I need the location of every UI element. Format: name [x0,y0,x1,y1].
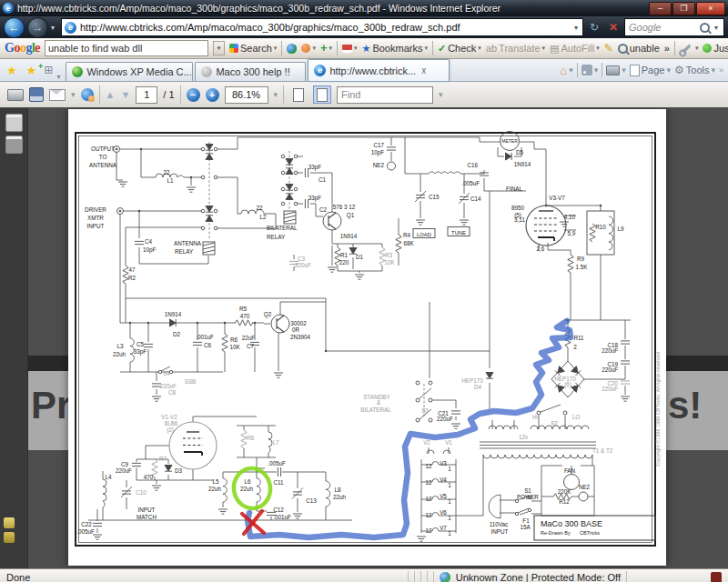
google-search-input[interactable]: unable to find wab dll [45,40,208,56]
tab-maco-help[interactable]: Maco 300 help !! [195,62,306,81]
pdf-page-input[interactable]: 1 [136,86,157,104]
add-favorite-button[interactable]: ★ [23,64,41,77]
schematic-label: C12 [273,507,284,513]
pdf-fit-width-button[interactable] [289,85,308,104]
schematic-label: LOAD [417,232,431,237]
tab-media-center[interactable]: Windows XP Media C... [66,62,193,81]
pdf-nav-panel [0,108,28,568]
comments-panel-icon[interactable] [4,532,15,543]
schematic-label: R10 [595,224,606,230]
schematic-label: C13 [306,497,317,504]
tab-list-dropdown[interactable]: ▾ [56,73,64,81]
feeds-button[interactable]: ▾ [581,65,599,75]
history-dropdown-icon[interactable]: ▾ [51,24,58,32]
schematic-label: 12 [425,463,432,469]
google-search-button[interactable]: Search▾ [229,43,277,54]
url-dropdown-icon[interactable]: ▾ [572,24,580,32]
gear-icon: ⚙ [674,64,684,76]
pdf-zoom-level[interactable]: 86.1% [225,86,268,104]
pdf-email-button[interactable] [49,89,66,101]
schematic-label: C2 [319,206,328,213]
pagerank-button[interactable]: ▾ [342,45,358,53]
schematic-label: C8 [168,389,177,396]
tools-menu-button[interactable]: ⚙Tools▾ [674,64,715,76]
google-earth-button[interactable] [287,44,297,54]
search-box[interactable]: Google ▾ [624,18,724,36]
schematic-label: .005uF [268,460,286,467]
highlighter-button[interactable]: ✎ [604,42,613,55]
url-text[interactable]: http://www.cbtricks.com/Amp/maco/maco_30… [80,22,569,33]
zoom-control-icon[interactable] [711,572,722,582]
translate-button[interactable]: abTranslate▾ [486,43,545,54]
back-button[interactable]: ← [4,17,25,38]
pdf-save-button[interactable] [29,87,44,102]
search-dropdown-icon[interactable]: ▾ [713,24,720,32]
pdf-email-dropdown[interactable]: ▾ [71,90,76,99]
watermark-left-text: Pr [31,384,71,427]
translate-icon: ab [486,43,497,54]
pages-panel-icon[interactable] [5,114,23,132]
pdf-prev-page-button[interactable]: ▲ [106,89,116,100]
schematic-label: RELAY [267,234,286,240]
google-search-dropdown[interactable]: ▾ [213,41,225,55]
schematic-label: C14 [470,196,481,202]
pdf-fit-page-button[interactable] [313,85,331,104]
schematic-annotations [231,321,571,537]
schematic-label: (6) [564,381,571,388]
schematic-label: 1 [448,482,451,488]
attachments-panel-icon[interactable] [4,517,15,528]
schematic-label: R5 [239,306,248,312]
schematic-label: SSB [185,378,197,385]
schematic-label: 576 3 12 [333,204,356,210]
quick-tabs-button[interactable]: ⊞ [42,64,55,76]
plus-icon: + [320,44,328,53]
schematic-label: .001uF [196,334,214,340]
tab-close-button[interactable]: x [421,65,426,75]
bookmarks-panel-icon[interactable] [5,135,23,154]
pdf-collaborate-button[interactable] [81,88,94,101]
schematic-label: 22uh [208,486,222,492]
url-field[interactable]: e http://www.cbtricks.com/Amp/maco/maco_… [61,18,583,36]
bookmarks-button[interactable]: ★Bookmarks▾ [362,43,428,55]
pdf-print-button[interactable] [7,89,24,101]
schematic-label: 220uF [602,366,618,373]
pdf-find-dropdown[interactable]: ▾ [439,90,443,99]
title-bar: e http://www.cbtricks.com/Amp/maco/maco_… [0,0,728,16]
toolbar-settings-button[interactable]: ▾ [680,45,699,52]
forward-button[interactable]: → [27,17,48,38]
schematic-label: INPUT [138,507,156,513]
refresh-button[interactable]: ↻ [586,21,602,34]
pdf-find-input[interactable]: Find [337,86,433,104]
schematic-label: (2) [167,426,174,434]
schematic-label: R7 [159,456,167,462]
command-chevron[interactable]: » [719,65,723,75]
minimize-button[interactable]: – [649,2,672,15]
search-icon[interactable] [700,23,710,33]
schematic-label: 1N914 [514,161,531,167]
spellcheck-button[interactable]: ✓Check▾ [438,43,481,55]
home-button[interactable]: ⌂▾ [560,64,572,77]
pdf-next-page-button[interactable]: ▼ [120,89,130,100]
toolbar-chevron[interactable]: » [664,43,670,54]
stop-button[interactable]: ✕ [605,21,622,34]
add-button[interactable]: +▾ [320,44,332,53]
word-find-button[interactable]: unable [618,43,660,54]
close-button[interactable]: × [696,2,725,15]
schematic-label: 10pF [371,149,385,156]
autofill-button[interactable]: ▤AutoFill▾ [550,43,600,55]
tab-pdf-active[interactable]: ehttp://www.cbtrick...x [308,59,450,81]
account-button[interactable]: Justeu...▾ [703,43,728,54]
favorites-center-button[interactable]: ★ [3,64,21,77]
orange-ball-button[interactable]: ▾ [301,44,316,53]
pdf-zoom-in-button[interactable]: + [206,88,219,102]
pdf-zoom-out-button[interactable]: − [187,88,200,102]
search-placeholder[interactable]: Google [629,22,697,33]
print-button[interactable]: ▾ [606,65,626,75]
schematic-label: V2 [423,439,430,446]
schematic-label: V4 [440,477,447,483]
pdf-zoom-dropdown[interactable]: ▾ [274,90,278,99]
restore-button[interactable]: ❐ [672,2,695,15]
schematic-label: C17 [373,142,384,148]
page-menu-button[interactable]: Page▾ [630,65,671,76]
schematic-label: CBTricks [580,530,600,536]
